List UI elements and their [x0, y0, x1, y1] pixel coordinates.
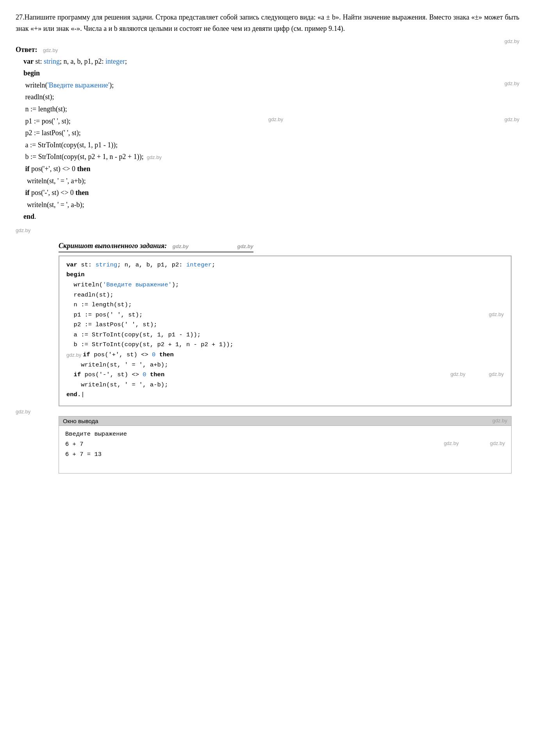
answer-section: Ответ: gdz.by [16, 46, 519, 54]
output-box: Окно вывода gdz.by Введите выражение 6 +… [59, 416, 512, 474]
sc-line-11: writeln(st, ' = ', a+b); [66, 360, 504, 370]
sc-line-1: var st: string; n, a, b, p1, p2: integer… [66, 260, 504, 270]
sc-line-6: p1 := pos(' ', st); gdz.by [66, 310, 504, 320]
sc-line-9: b := StrToInt(copy(st, p2 + 1, n - p2 + … [66, 340, 504, 350]
answer-label: Ответ: [16, 46, 37, 54]
page-container: 27.Напишите программу для решения задачи… [16, 12, 519, 474]
watermark-answer: gdz.by [43, 47, 58, 53]
output-line-3: 6 + 7 = 13 [65, 449, 505, 459]
sc-line-3: writeln('Введите выражение'); [66, 280, 504, 290]
watermark-row-1: gdz.by [16, 38, 519, 44]
sc-line-7: p2 := lastPos(' ', st); [66, 320, 504, 330]
task-number: 27. [16, 13, 25, 21]
watermark-code-1: gdz.by [505, 79, 519, 91]
code-line-8: a := StrToInt(copy(st, 1, p1 - 1)); [23, 139, 519, 151]
code-line-2: begin [23, 67, 519, 79]
sc-line-10: gdz.by if pos('+', st) <> 0 then [66, 350, 504, 360]
code-line-7: p2 := lastPos(' ', st); [23, 127, 519, 139]
code-line-14: end. [23, 211, 519, 223]
sc-line-13: writeln(st, ' = ', a-b); [66, 380, 504, 390]
watermark-top-right: gdz.by [505, 38, 519, 44]
code-line-4: readln(st); [23, 91, 519, 103]
output-header: Окно вывода gdz.by [59, 416, 511, 426]
code-line-5: n := length(st); [23, 103, 519, 115]
code-line-6: p1 := pos(' ', st); gdz.by gdz.by [23, 115, 519, 127]
code-block: var st: string; n, a, b, p1, p2: integer… [23, 55, 519, 223]
code-line-10: if pos('+', st) <> 0 then [23, 163, 519, 175]
screenshot-box: var st: string; n, a, b, p1, p2: integer… [59, 256, 512, 406]
output-content: Введите выражение 6 + 7 gdz.by gdz.by 6 … [59, 426, 511, 473]
sc-line-12: if pos('-', st) <> 0 then gdz.by gdz.by [66, 370, 504, 380]
code-line-9: b := StrToInt(copy(st, p2 + 1, n - p2 + … [23, 151, 519, 163]
watermark-row-3: gdz.by [16, 409, 519, 415]
sc-line-8: a := StrToInt(copy(st, 1, p1 - 1)); [66, 330, 504, 340]
sc-line-2: begin [66, 270, 504, 280]
code-line-1: var st: string; n, a, b, p1, p2: integer… [23, 55, 519, 68]
sc-line-5: n := length(st); [66, 300, 504, 310]
screenshot-label: Скриншот выполненного задания: gdz.by gd… [59, 242, 253, 252]
task-text: 27.Напишите программу для решения задачи… [16, 12, 519, 34]
watermark-row-2: gdz.by [16, 227, 519, 233]
sc-line-4: readln(st); [66, 290, 504, 300]
output-line-2: 6 + 7 gdz.by gdz.by [65, 439, 505, 449]
output-line-1: Введите выражение [65, 429, 505, 439]
code-line-11: writeln(st, ' = ', a+b); [23, 175, 519, 187]
code-line-13: writeln(st, ' = ', a-b); [23, 199, 519, 211]
code-line-3: writeln('Введите выражение'); gdz.by [23, 79, 519, 91]
code-line-12: if pos('-', st) <> 0 then [23, 187, 519, 199]
sc-line-14: end.| [66, 390, 504, 400]
